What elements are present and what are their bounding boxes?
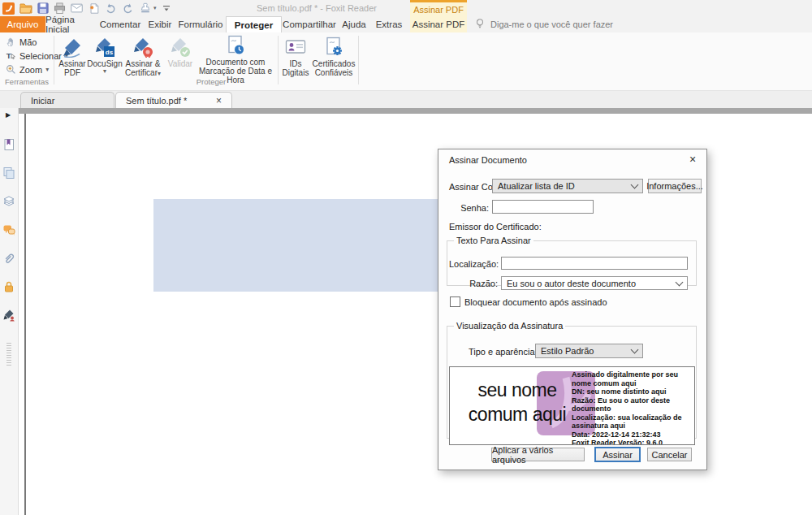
customize-qat-icon[interactable] xyxy=(160,2,174,15)
bookmarks-panel-icon[interactable] xyxy=(2,138,15,151)
group-label-ferramentas: Ferramentas xyxy=(0,77,54,86)
dialog-close-icon[interactable]: × xyxy=(685,153,700,166)
expand-panel-icon[interactable]: ▶ xyxy=(6,111,14,124)
label-line: Confiáveis xyxy=(315,68,353,77)
location-input[interactable] xyxy=(501,257,688,270)
foxit-logo-icon[interactable] xyxy=(2,2,15,15)
svg-text:T: T xyxy=(6,50,11,59)
navigation-sidebar: ▶ xyxy=(0,108,19,515)
type-appearance-label: Tipo e aparência: xyxy=(469,347,538,357)
docusign-pen-icon: ds xyxy=(94,35,115,58)
pages-panel-icon[interactable] xyxy=(2,167,15,180)
title-bar: ▾ Sem título.pdf * - Foxit Reader Assina… xyxy=(0,0,812,16)
zoom-caret-icon: ▾ xyxy=(45,67,49,73)
doc-tab-iniciar[interactable]: Iniciar xyxy=(20,92,114,108)
save-icon[interactable] xyxy=(36,2,50,15)
stamp-tool-icon[interactable] xyxy=(138,2,152,15)
tab-formulario[interactable]: Formulário xyxy=(180,16,221,32)
label-line: Assinar xyxy=(58,59,85,68)
zoom-tool-label: Zoom xyxy=(19,65,42,75)
close-tab-icon[interactable]: × xyxy=(216,95,222,106)
reason-combobox[interactable]: Eu sou o autor deste documento xyxy=(501,276,688,290)
issuer-label: Emissor do Certificado: xyxy=(449,222,542,232)
docusign-caret-icon: ▾ xyxy=(103,68,106,75)
tab-exibir[interactable]: Exibir xyxy=(143,16,177,32)
attachments-panel-icon[interactable] xyxy=(2,252,15,265)
label-line: Documento com xyxy=(206,58,266,67)
label-text: Certificar xyxy=(125,68,158,77)
location-label: Localização: xyxy=(449,259,498,269)
doc-tab-label: Iniciar xyxy=(31,96,54,106)
window-title: Sem título.pdf * - Foxit Reader xyxy=(195,3,438,13)
lock-document-label: Bloquear documento após assinado xyxy=(464,297,607,307)
checkbox-unchecked[interactable] xyxy=(450,296,460,307)
sign-as-combobox[interactable]: Atualizar lista de ID xyxy=(492,179,643,193)
document-clock-icon xyxy=(225,35,246,56)
label-line: Certificados xyxy=(313,59,356,68)
lightbulb-icon xyxy=(474,17,486,32)
apply-multiple-files-button[interactable]: Aplicar a vários arquivos xyxy=(491,448,585,461)
open-folder-icon[interactable] xyxy=(19,2,32,15)
signature-placement-rectangle[interactable] xyxy=(153,199,440,292)
digital-ids-button[interactable]: IDs Digitais xyxy=(281,35,310,80)
text-to-sign-legend: Texto Para Assinar xyxy=(454,236,533,245)
ribbon-tab-row: Arquivo Página Inicial Comentar Exibir F… xyxy=(0,16,812,32)
label-line: Digitais xyxy=(283,68,309,77)
validate-pen-icon xyxy=(170,35,191,58)
tell-me-box[interactable]: Diga-me o que você quer fazer xyxy=(474,16,613,32)
id-card-icon xyxy=(285,35,306,58)
tab-compartilhar[interactable]: Compartilhar xyxy=(286,16,333,32)
certify-caret-icon: ▾ xyxy=(158,70,161,77)
print-icon[interactable] xyxy=(53,2,67,15)
label-line: Assinar & xyxy=(126,59,161,68)
sign-and-certify-button[interactable]: Assinar & Certificar▾ xyxy=(122,35,164,80)
style-combobox[interactable]: Estilo Padrão xyxy=(535,344,643,358)
hand-tool-button[interactable]: Mão xyxy=(4,36,38,49)
sign-pen-icon xyxy=(62,35,83,58)
hand-tool-label: Mão xyxy=(19,37,37,47)
validate-button-disabled: Validar xyxy=(166,35,195,80)
signature-preview-box: seu nome comum aqui Assinado digitalment… xyxy=(449,366,695,445)
tab-arquivo[interactable]: Arquivo xyxy=(0,16,45,32)
doc-tab-current[interactable]: Sem título.pdf * × xyxy=(115,92,232,108)
label-line: PDF xyxy=(64,68,80,77)
digital-signatures-panel-icon[interactable] xyxy=(2,309,15,322)
sidebar-grip[interactable] xyxy=(6,343,11,367)
timestamp-document-button[interactable]: Documento com Marcação de Data e Hora xyxy=(195,35,276,80)
cancel-button[interactable]: Cancelar xyxy=(647,448,692,461)
tab-comentar[interactable]: Comentar xyxy=(99,16,141,32)
sign-pdf-button[interactable]: Assinar PDF xyxy=(57,35,88,80)
new-document-icon[interactable] xyxy=(87,2,101,15)
lock-document-checkbox-row[interactable]: Bloquear documento após assinado xyxy=(450,296,607,307)
password-input[interactable] xyxy=(492,200,594,214)
signer-common-name: seu nome comum aqui xyxy=(451,378,583,426)
sign-button[interactable]: Assinar xyxy=(594,447,641,462)
tab-pagina-inicial[interactable]: Página Inicial xyxy=(45,16,99,32)
select-cursor-icon: T xyxy=(6,50,16,63)
dialog-title: Assinar Documento xyxy=(449,155,527,165)
zoom-tool-button[interactable]: Zoom ▾ xyxy=(4,63,50,76)
informacoes-button[interactable]: Informações... xyxy=(648,179,702,193)
tab-proteger-active[interactable]: Proteger xyxy=(226,16,282,33)
layers-panel-icon[interactable] xyxy=(2,195,15,208)
document-tab-bar: Iniciar Sem título.pdf * × xyxy=(0,91,812,108)
certify-pen-icon xyxy=(132,35,153,58)
tell-me-label: Diga-me o que você quer fazer xyxy=(490,19,613,29)
tab-extras[interactable]: Extras xyxy=(372,16,406,32)
ribbon: Mão T Selecionar ▾ Zoom ▾ Ferramentas As… xyxy=(0,32,812,91)
docusign-button[interactable]: ds DocuSign ▾ xyxy=(88,35,122,80)
mail-icon[interactable] xyxy=(70,2,84,15)
svg-text:ds: ds xyxy=(106,49,114,56)
trusted-certificates-button[interactable]: Certificados Confiáveis xyxy=(311,35,356,80)
tab-assinar-pdf[interactable]: Assinar PDF xyxy=(410,16,467,32)
redo-icon[interactable] xyxy=(121,2,135,15)
stamp-dropdown-caret-icon[interactable]: ▾ xyxy=(153,5,157,11)
label-line: Validar xyxy=(168,59,192,68)
undo-icon[interactable] xyxy=(104,2,118,15)
tab-ajuda[interactable]: Ajuda xyxy=(338,16,370,32)
signature-preview-legend: Visualização da Assinatura xyxy=(454,321,565,331)
group-label-proteger: Proteger xyxy=(179,77,244,86)
foxit-reader-window: ▾ Sem título.pdf * - Foxit Reader Assina… xyxy=(0,0,812,515)
comments-panel-icon[interactable] xyxy=(2,223,15,236)
security-lock-icon[interactable] xyxy=(2,280,15,293)
